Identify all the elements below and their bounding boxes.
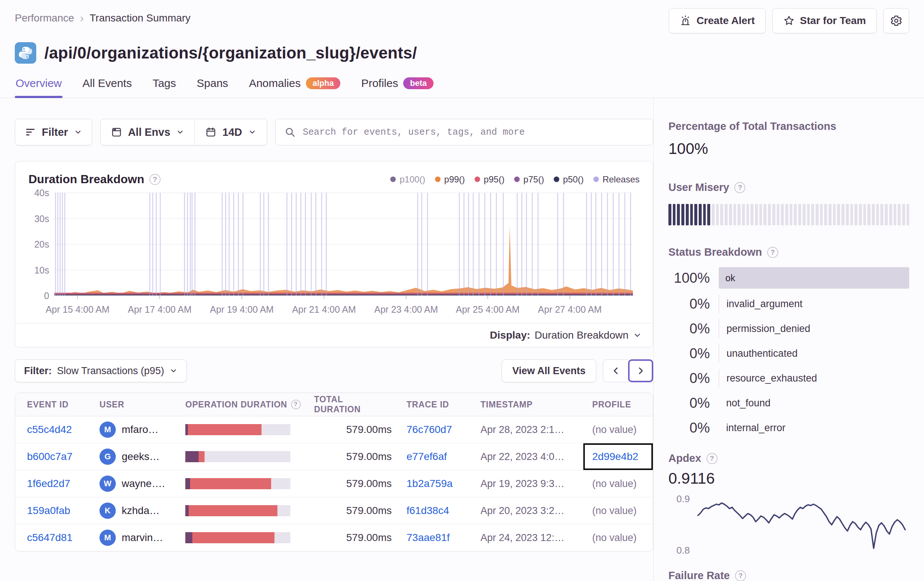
profile-link[interactable]: 2d99e4b2 <box>592 451 639 463</box>
legend-dot <box>475 177 480 182</box>
user-cell: Wwayne…. <box>87 470 173 497</box>
misery-bar <box>677 204 680 225</box>
trace-id-link[interactable]: 1b2a759a <box>406 478 453 490</box>
legend-item-p100[interactable]: p100() <box>390 174 425 185</box>
breadcrumb-performance[interactable]: Performance <box>15 12 74 24</box>
help-icon[interactable]: ? <box>149 174 160 185</box>
legend-label: p75() <box>523 174 544 185</box>
pagination <box>603 359 653 382</box>
next-page-button[interactable] <box>628 359 653 382</box>
chevron-down-icon[interactable] <box>633 331 642 340</box>
create-alert-button[interactable]: Create Alert <box>669 8 766 33</box>
misery-bar <box>668 204 672 225</box>
misery-bar <box>790 204 793 225</box>
profile-no-value: (no value) <box>592 478 637 490</box>
user-misery-score-bar <box>668 204 909 225</box>
profile-cell: (no value) <box>583 416 653 443</box>
misery-bar <box>868 204 870 225</box>
chevron-left-icon <box>611 366 621 376</box>
tab-profiles[interactable]: Profiles beta <box>360 75 434 98</box>
help-icon[interactable]: ? <box>767 247 778 258</box>
legend-item-p99[interactable]: p99() <box>435 174 465 185</box>
avatar: M <box>99 422 116 438</box>
trace-id-link[interactable]: 76c760d7 <box>406 424 452 435</box>
misery-bar <box>850 204 853 225</box>
apdex-heading: Apdex? <box>668 452 909 464</box>
tab-anomalies[interactable]: Anomalies alpha <box>248 75 342 98</box>
legend-item-p95[interactable]: p95() <box>475 174 505 185</box>
misery-bar <box>755 204 758 225</box>
tab-all-events[interactable]: All Events <box>82 75 132 98</box>
op-duration-purple-segment <box>185 505 189 516</box>
event-id-link[interactable]: c5647d81 <box>27 532 73 544</box>
trace-id-cell: 73aae81f <box>395 525 469 551</box>
view-all-events-button[interactable]: View All Events <box>502 359 596 382</box>
help-icon[interactable]: ? <box>291 400 301 409</box>
environment-dropdown[interactable]: All Envs <box>101 119 195 145</box>
svg-text:40s: 40s <box>35 188 49 198</box>
help-icon[interactable]: ? <box>706 453 718 464</box>
op-duration-red-segment <box>188 424 262 435</box>
column-header-event-id: EVENT ID <box>15 400 87 410</box>
legend-item-p50[interactable]: p50() <box>554 174 584 185</box>
misery-bar <box>885 204 888 225</box>
event-id-link[interactable]: 159a0fab <box>27 505 70 516</box>
op-duration-bar <box>185 478 290 489</box>
status-label: internal_error <box>719 419 909 437</box>
tab-spans[interactable]: Spans <box>196 75 229 98</box>
svg-text:30s: 30s <box>35 214 49 224</box>
trace-id-link[interactable]: e77ef6af <box>406 451 447 463</box>
profile-cell: 2d99e4b2 <box>583 444 653 470</box>
chart-legend: p100()p99()p95()p75()p50()Releases <box>390 174 640 185</box>
alpha-badge: alpha <box>306 77 340 89</box>
window-icon <box>111 127 122 137</box>
legend-label: Releases <box>602 174 640 185</box>
event-id-link[interactable]: 1f6ed2d7 <box>27 478 70 490</box>
op-duration-red-segment <box>190 478 271 489</box>
event-id-link[interactable]: c55c4d42 <box>27 424 72 435</box>
legend-dot <box>514 177 520 182</box>
event-id-link[interactable]: b600c7a7 <box>27 451 73 463</box>
svg-text:Apr 17 4:00 AM: Apr 17 4:00 AM <box>128 304 191 315</box>
search-input[interactable] <box>302 127 644 138</box>
date-range-dropdown[interactable]: 14D <box>195 119 266 145</box>
table-row: c5647d81Mmarvin…579.00ms73aae81fApr 24, … <box>15 525 653 551</box>
legend-item-p75[interactable]: p75() <box>514 174 544 185</box>
status-row-unauthenticated: 0%unauthenticated <box>668 344 909 363</box>
star-for-team-button[interactable]: Star for Team <box>772 8 877 33</box>
settings-button[interactable] <box>883 8 909 33</box>
misery-bar <box>880 204 883 225</box>
legend-item-Releases[interactable]: Releases <box>593 174 640 185</box>
column-header-trace-id: TRACE ID <box>395 400 469 410</box>
page-title: /api/0/organizations/{organization_slug}… <box>45 44 417 62</box>
help-icon[interactable]: ? <box>735 570 746 581</box>
misery-bar <box>828 204 832 225</box>
status-label: unauthenticated <box>719 344 909 363</box>
timestamp-cell: Apr 28, 2023 2:1… <box>469 416 583 443</box>
filter-dropdown[interactable]: Filter <box>15 119 92 146</box>
chevron-down-icon <box>74 128 82 136</box>
tab-overview[interactable]: Overview <box>15 75 63 98</box>
trace-id-link[interactable]: 73aae81f <box>406 532 450 544</box>
misery-bar <box>898 204 901 225</box>
duration-breakdown-title: Duration Breakdown <box>28 172 144 186</box>
python-platform-icon <box>15 42 36 64</box>
search-box <box>275 119 653 146</box>
misery-bar <box>846 204 849 225</box>
events-table: EVENT ID USER OPERATION DURATION? TOTAL … <box>15 392 653 551</box>
previous-page-button[interactable] <box>603 359 628 382</box>
filter-icon <box>25 127 36 137</box>
display-dropdown[interactable]: Duration Breakdown <box>535 329 629 341</box>
misery-bar <box>764 204 766 225</box>
tab-tags[interactable]: Tags <box>152 75 177 98</box>
trace-id-link[interactable]: f61d38c4 <box>406 505 449 516</box>
slow-transactions-filter-dropdown[interactable]: Filter: Slow Transactions (p95) <box>15 359 187 382</box>
svg-text:10s: 10s <box>35 265 49 275</box>
misery-bar <box>824 204 827 225</box>
legend-label: p100() <box>399 174 425 185</box>
display-label: Display: <box>490 329 530 341</box>
timestamp-cell: Apr 19, 2023 9:3… <box>469 470 583 497</box>
avatar: M <box>99 530 116 546</box>
misery-bar <box>681 204 684 225</box>
help-icon[interactable]: ? <box>734 182 745 193</box>
